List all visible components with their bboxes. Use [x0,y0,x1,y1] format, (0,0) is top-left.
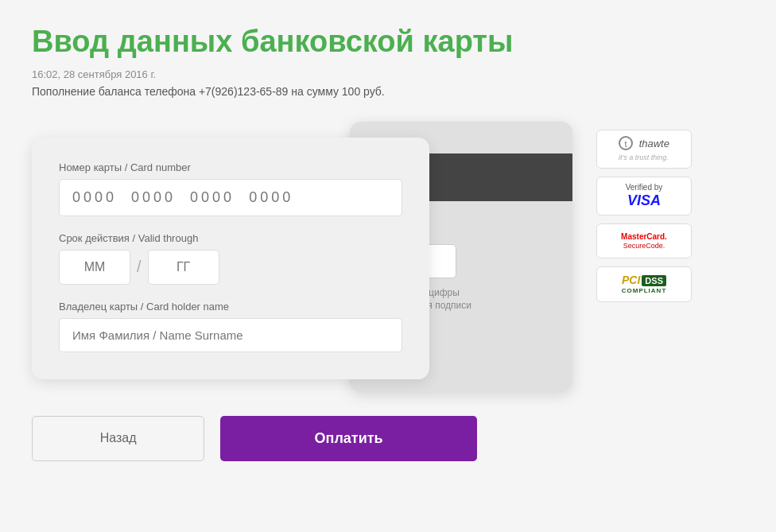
back-button[interactable]: Назад [32,416,204,461]
pci-compliant: COMPLIANT [622,287,667,295]
mastercard-line2: SecureCode. [621,242,667,251]
visa-verified-line1: Verified by [626,183,663,192]
pay-button[interactable]: Оплатить [220,416,477,461]
expiry-yy-input[interactable] [148,250,219,285]
card-form-wrapper: CVV/CVC Последние 3 цифры на полосе для … [32,122,572,392]
buttons-row: Назад Оплатить [32,416,477,461]
thawte-sub: it's a trust thing. [619,153,669,161]
thawte-circle-icon: t [619,136,633,150]
visa-verified-line2: VISA [626,192,663,210]
expiry-row: / [59,250,402,285]
thawte-badge: t thawte it's a trust thing. [596,130,692,169]
mastercard-badge: MasterCard. SecureCode. [596,223,692,258]
visa-verified-badge: Verified by VISA [596,177,692,216]
badges-column: t thawte it's a trust thing. Verified by… [596,130,692,302]
pci-suffix: DSS [642,275,666,286]
cardholder-label: Владелец карты / Card holder name [59,301,402,313]
expiry-separator: / [137,258,142,276]
expiry-mm-input[interactable] [59,250,130,285]
description: Пополнение баланса телефона +7(926)123-6… [32,85,744,98]
card-number-label: Номер карты / Card number [59,161,402,173]
thawte-label: thawte [639,138,669,150]
card-front: Номер карты / Card number Срок действия … [32,138,429,379]
mastercard-line1: MasterCard. [621,231,667,242]
pci-prefix: PCI [622,274,640,286]
pci-badge: PCIDSS COMPLIANT [596,266,692,302]
expiry-label: Срок действия / Valid through [59,232,402,244]
cardholder-input[interactable] [59,318,402,352]
timestamp: 16:02, 28 сентября 2016 г. [32,68,744,80]
page-title: Ввод данных банковской карты [32,24,744,60]
card-number-input[interactable] [59,179,402,216]
